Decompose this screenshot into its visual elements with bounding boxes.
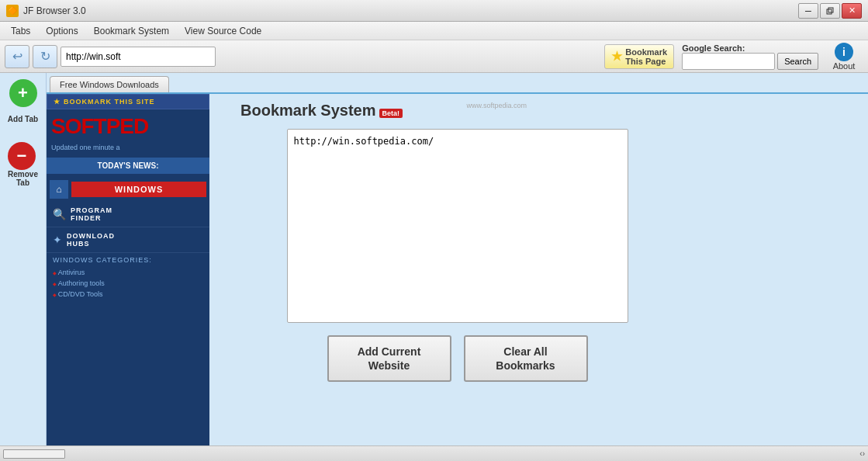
softpedia-watermark: www.softpedia.com — [466, 102, 527, 109]
tab-bar: Free Windows Downloads — [47, 73, 868, 92]
google-search-label: Google Search: — [682, 43, 745, 53]
site-updated: Updated one minute a — [47, 144, 209, 154]
about-label: About — [833, 61, 856, 71]
bookmark-textarea[interactable]: http://win.softpedia.com/ — [287, 129, 628, 323]
url-input[interactable] — [61, 47, 216, 67]
status-progress-bar — [3, 449, 65, 459]
home-icon[interactable]: ⌂ — [50, 180, 68, 199]
statusbar-right: ‹› — [859, 449, 865, 458]
search-button[interactable]: Search — [777, 53, 818, 70]
add-tab-button[interactable]: + — [9, 79, 37, 107]
bookmark-title-row: Bookmark System Beta! — [225, 102, 403, 120]
restore-icon — [826, 7, 834, 15]
download-hubs[interactable]: ✦ DOWNLOADHUBS — [47, 227, 209, 253]
refresh-icon: ↻ — [40, 49, 50, 64]
categories-label: WINDOWS CATEGORIES: — [47, 253, 209, 267]
clear-all-bookmarks-button[interactable]: Clear AllBookmarks — [464, 335, 588, 382]
program-finder-text: PROGRAMFINDER — [71, 206, 112, 222]
bookmark-site-label: BOOKMARK THIS SITE — [64, 98, 155, 106]
bookmark-system-title: Bookmark System — [240, 102, 376, 120]
refresh-button[interactable]: ↻ — [33, 45, 57, 68]
cat-authoring[interactable]: Authoring tools — [47, 278, 209, 289]
back-icon: ↩ — [12, 49, 22, 64]
google-search-section: Google Search: Search — [682, 43, 818, 70]
titlebar: 🔶 JF Browser 3.0 ─ ✕ — [0, 0, 868, 22]
remove-tab-button[interactable]: − — [8, 142, 36, 170]
close-button[interactable]: ✕ — [842, 3, 862, 19]
hub-icon: ✦ — [53, 234, 62, 246]
menubar: Tabs Options Bookmark System View Source… — [0, 22, 868, 40]
toolbar: ↩ ↻ ★ Bookmark This Page Google Search: … — [0, 40, 868, 73]
window-controls: ─ ✕ — [798, 3, 862, 19]
website-preview-left: ★ BOOKMARK THIS SITE SOFTPED Updated one… — [47, 94, 209, 445]
menu-bookmark-system[interactable]: Bookmark System — [86, 24, 177, 38]
menu-options[interactable]: Options — [38, 24, 85, 38]
titlebar-left: 🔶 JF Browser 3.0 — [6, 5, 86, 17]
cat-cddvd[interactable]: CD/DVD Tools — [47, 289, 209, 300]
tab-free-windows-downloads[interactable]: Free Windows Downloads — [50, 76, 169, 92]
bookmark-buttons: Add CurrentWebsite Clear AllBookmarks — [327, 335, 588, 382]
window-title: JF Browser 3.0 — [23, 5, 86, 16]
back-button[interactable]: ↩ — [5, 45, 29, 68]
bookmark-system-panel: Bookmark System Beta! www.softpedia.com … — [209, 94, 705, 445]
bookmark-btn-text: Bookmark This Page — [625, 47, 667, 66]
cat-antivirus[interactable]: Antivirus — [47, 267, 209, 278]
main-content: + Add Tab − RemoveTab Free Windows Downl… — [0, 73, 868, 445]
browser-area: Free Windows Downloads ★ BOOKMARK THIS S… — [47, 73, 868, 445]
bookmark-this-page-button[interactable]: ★ Bookmark This Page — [604, 44, 674, 69]
add-current-website-button[interactable]: Add CurrentWebsite — [327, 335, 451, 382]
google-search-input[interactable] — [682, 53, 775, 70]
about-button[interactable]: i About — [825, 43, 863, 71]
svg-rect-1 — [828, 8, 833, 12]
windows-label: WINDOWS — [71, 182, 206, 197]
menu-tabs[interactable]: Tabs — [3, 24, 38, 38]
browser-viewport: ★ BOOKMARK THIS SITE SOFTPED Updated one… — [47, 92, 868, 445]
program-finder[interactable]: 🔍 PROGRAMFINDER — [47, 202, 209, 227]
beta-badge: Beta! — [379, 109, 403, 118]
restore-button[interactable] — [820, 3, 840, 19]
remove-tab-label: RemoveTab — [8, 170, 38, 187]
svg-rect-0 — [827, 9, 832, 14]
site-logo: SOFTPED — [47, 109, 209, 144]
statusbar: ‹› — [0, 445, 868, 461]
tab-controls: + Add Tab − RemoveTab — [0, 73, 47, 445]
minimize-button[interactable]: ─ — [798, 3, 818, 19]
bookmark-this-site-bar[interactable]: ★ BOOKMARK THIS SITE — [47, 94, 209, 109]
download-hubs-text: DOWNLOADHUBS — [67, 232, 115, 248]
windows-bar: ⌂ WINDOWS — [47, 177, 209, 202]
add-tab-label: Add Tab — [8, 115, 38, 123]
menu-view-source[interactable]: View Source Code — [177, 24, 269, 38]
app-icon: 🔶 — [6, 5, 19, 17]
about-icon: i — [835, 43, 853, 61]
search-icon: 🔍 — [53, 208, 66, 220]
todays-news: TODAY'S NEWS: — [47, 158, 209, 174]
star-icon: ★ — [611, 49, 622, 64]
